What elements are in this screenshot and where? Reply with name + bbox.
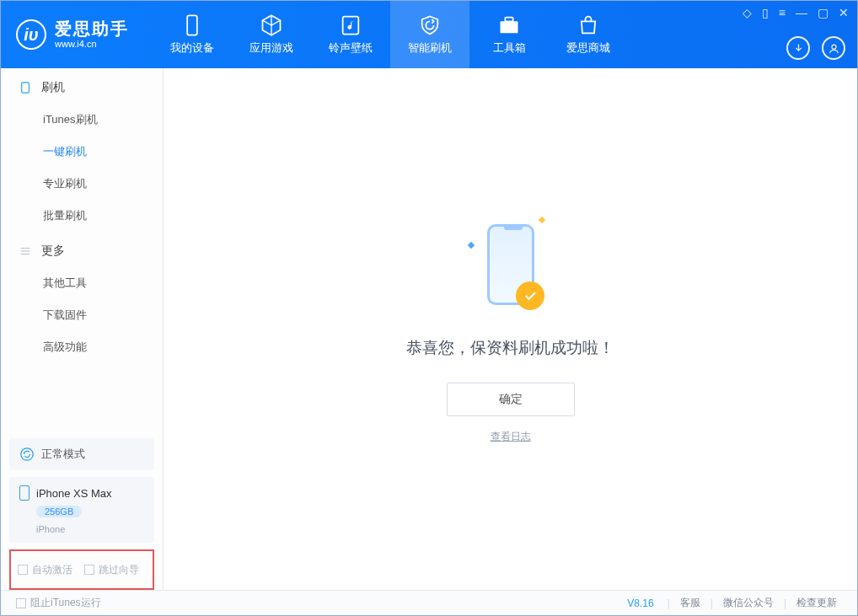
phone-icon [180,13,204,37]
svg-rect-2 [501,21,518,33]
music-note-icon [339,13,362,37]
success-message: 恭喜您，保资料刷机成功啦！ [406,337,614,359]
app-subtitle: www.i4.cn [55,39,129,50]
wechat-link[interactable]: 微信公众号 [718,596,779,610]
view-log-link[interactable]: 查看日志 [491,430,531,444]
tab-ringtones-wallpapers[interactable]: 铃声壁纸 [311,1,390,68]
sidebar-item-itunes-flash[interactable]: iTunes刷机 [1,104,163,136]
sidebar-item-advanced[interactable]: 高级功能 [1,331,163,363]
main-tabs: 我的设备 应用游戏 铃声壁纸 智能刷机 工具箱 爱思商城 [153,1,628,68]
customer-service-link[interactable]: 客服 [675,596,705,610]
svg-point-6 [21,448,33,460]
check-update-link[interactable]: 检查更新 [791,596,842,610]
user-icon[interactable] [822,36,845,60]
highlighted-options-box: 自动激活 跳过向导 [9,549,154,590]
logo-area: iυ 爱思助手 www.i4.cn [1,1,144,68]
normal-mode-label: 正常模式 [41,447,85,462]
device-type: iPhone [36,524,65,534]
svg-point-4 [832,45,836,49]
device-icon [19,81,33,94]
toolbox-icon [497,13,521,37]
checkbox-icon [84,565,94,575]
sidebar-item-other-tools[interactable]: 其他工具 [1,267,163,299]
device-panel[interactable]: iPhone XS Max 256GB iPhone [9,477,154,543]
app-title: 爱思助手 [55,19,129,39]
list-icon [19,244,33,258]
footer: 阻止iTunes运行 V8.16 | 客服 | 微信公众号 | 检查更新 [1,590,857,615]
refresh-shield-icon [418,13,442,37]
skip-guide-checkbox[interactable]: 跳过向导 [84,563,139,577]
download-icon[interactable] [786,36,810,60]
svg-rect-3 [505,18,512,22]
tab-toolbox[interactable]: 工具箱 [469,1,549,68]
sidebar-section-more: 更多 [1,232,163,267]
sidebar-item-one-click-flash[interactable]: 一键刷机 [1,136,163,168]
sidebar-item-batch-flash[interactable]: 批量刷机 [1,200,163,232]
sidebar: 刷机 iTunes刷机 一键刷机 专业刷机 批量刷机 更多 其他工具 下载固件 … [1,68,164,590]
maximize-button[interactable]: ▢ [818,6,829,19]
tab-apps-games[interactable]: 应用游戏 [232,1,311,68]
sidebar-section-flash: 刷机 [1,68,163,104]
svg-rect-0 [187,15,197,35]
sidebar-item-download-firmware[interactable]: 下载固件 [1,299,163,331]
checkmark-badge-icon [516,281,544,310]
close-button[interactable]: ✕ [839,6,849,19]
shirt-icon[interactable]: ◇ [743,6,752,19]
block-itunes-checkbox[interactable]: 阻止iTunes运行 [16,596,101,610]
window-controls: ◇ ▯ ≡ — ▢ ✕ [743,6,849,19]
minimize-button[interactable]: — [796,6,807,19]
tab-store[interactable]: 爱思商城 [549,1,628,68]
device-name: iPhone XS Max [36,487,112,500]
sparkle-icon [538,217,544,223]
tab-my-device[interactable]: 我的设备 [153,1,232,68]
success-illustration [460,214,561,315]
device-capacity: 256GB [36,506,82,517]
cube-icon [260,13,283,37]
sparkle-icon [467,242,474,249]
svg-rect-5 [22,83,29,93]
page-icon[interactable]: ▯ [762,6,769,19]
tab-smart-flash[interactable]: 智能刷机 [390,1,469,68]
menu-icon[interactable]: ≡ [779,6,786,19]
app-logo-icon: iυ [16,19,46,50]
bag-icon [576,13,600,37]
version-label: V8.16 [627,597,653,609]
normal-mode-panel[interactable]: 正常模式 [9,438,154,470]
ok-button[interactable]: 确定 [447,383,575,416]
titlebar: iυ 爱思助手 www.i4.cn 我的设备 应用游戏 铃声壁纸 智能刷机 工具… [1,1,857,68]
phone-small-icon [19,485,29,501]
checkbox-icon [16,598,26,608]
checkbox-icon [18,565,28,575]
sync-icon [19,447,35,462]
content-area: 恭喜您，保资料刷机成功啦！ 确定 查看日志 [164,68,857,590]
auto-activate-checkbox[interactable]: 自动激活 [18,563,72,577]
sidebar-item-pro-flash[interactable]: 专业刷机 [1,168,163,200]
